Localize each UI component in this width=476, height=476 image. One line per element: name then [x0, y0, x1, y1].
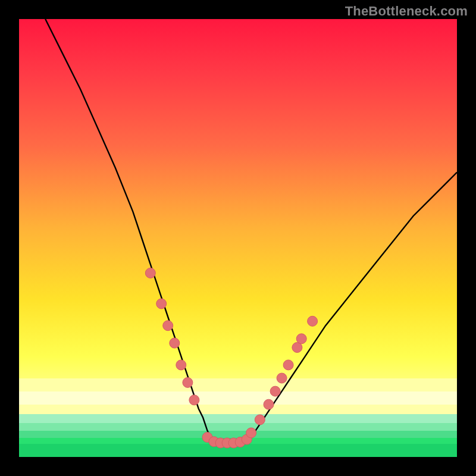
marker-dot: [255, 415, 265, 425]
marker-dot: [264, 399, 274, 409]
chart-frame: TheBottleneck.com: [0, 0, 476, 476]
watermark-text: TheBottleneck.com: [345, 4, 468, 19]
hardware-markers: [145, 268, 317, 448]
marker-dot: [277, 373, 287, 383]
marker-dot: [308, 316, 318, 326]
marker-dot: [176, 360, 186, 370]
bottleneck-curve-svg: [19, 19, 457, 457]
marker-dot: [283, 360, 293, 370]
marker-dot: [163, 321, 173, 331]
marker-dot: [145, 268, 155, 278]
plot-area: [19, 19, 457, 457]
marker-dot: [270, 386, 280, 396]
marker-dot: [189, 395, 199, 405]
marker-dot: [296, 334, 306, 344]
marker-dot: [183, 377, 193, 387]
marker-dot: [170, 338, 180, 348]
bottleneck-curve: [45, 19, 457, 444]
marker-dot: [246, 428, 256, 438]
marker-dot: [156, 299, 167, 309]
